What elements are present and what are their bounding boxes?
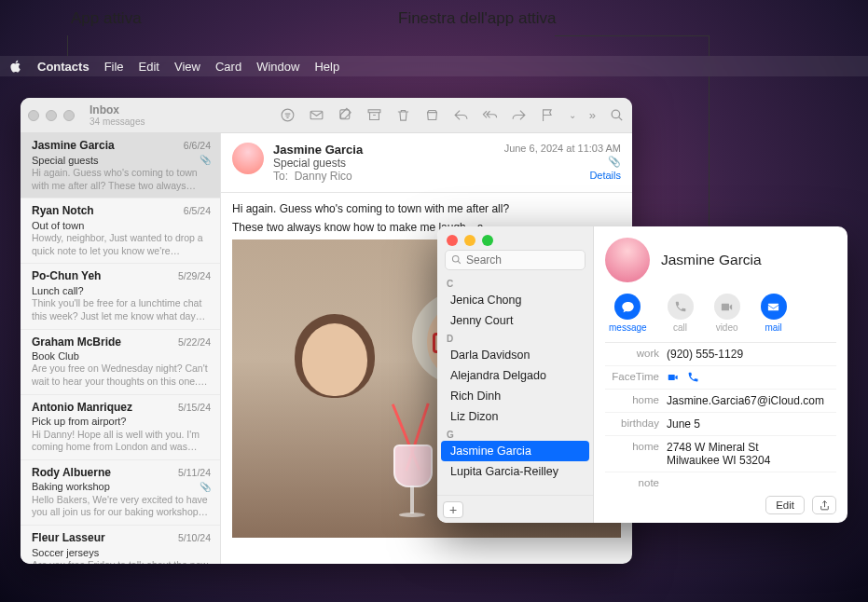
share-contact-button[interactable] [812,496,836,514]
contact-name: Jasmine Garcia [661,252,762,268]
facetime-video-icon[interactable] [667,371,680,384]
field-label-note: note [605,477,659,488]
archive-icon[interactable] [366,107,382,123]
field-value-home-email[interactable]: Jasmine.Garcia67@iCloud.com [667,394,836,407]
mail-icon [761,294,787,320]
mail-message-count: 34 messages [90,116,201,127]
contacts-group-header: C [437,276,593,290]
svg-point-5 [452,255,459,262]
menu-file[interactable]: File [104,60,124,74]
message-to: Danny Rico [295,170,352,183]
mail-list-item[interactable]: Fleur Lasseur5/10/24Soccer jerseysAre yo… [21,526,220,564]
callout-active-window: Finestra dell'app attiva [398,9,557,28]
menu-help[interactable]: Help [314,60,339,74]
contacts-minimize-button[interactable] [464,235,475,246]
mail-list-item[interactable]: Graham McBride5/22/24Book ClubAre you fr… [21,330,220,395]
mail-list-item[interactable]: Ryan Notch6/5/24Out of townHowdy, neighb… [21,198,220,264]
message-body-line: Hi again. Guess who's coming to town wit… [232,202,621,215]
message-subject: Special guests [273,157,495,170]
mail-close-button[interactable] [28,110,39,121]
contacts-close-button[interactable] [447,235,458,246]
svg-rect-1 [310,111,323,119]
mail-list-item[interactable]: Jasmine Garcia6/6/24Special guests📎Hi ag… [21,133,220,198]
message-action[interactable]: message [609,294,647,333]
mail-inbox-title: Inbox [90,103,201,116]
apple-menu[interactable] [9,60,22,73]
field-label-home-address: home [605,441,659,467]
mail-list-item[interactable]: Rody Albuerne5/11/24Baking workshop📎Hell… [21,460,220,526]
contacts-group-header: G [437,427,593,441]
mail-toolbar: Inbox 34 messages ⌄ » [21,98,632,133]
contacts-list-item[interactable]: Liz Dizon [441,406,589,427]
facetime-audio-icon[interactable] [687,371,699,384]
field-label-home-email: home [605,394,659,407]
contact-detail-pane: Jasmine Garcia message call video mail w… [594,226,847,523]
flag-icon[interactable] [540,107,556,123]
junk-icon[interactable] [424,107,440,123]
menubar: Contacts File Edit View Card Window Help [0,56,868,76]
contacts-list-item[interactable]: Alejandra Delgado [441,365,589,386]
video-icon [714,294,740,320]
more-icon[interactable]: » [589,108,596,122]
contacts-list-item[interactable]: Lupita Garcia-Reilley [441,461,589,482]
field-value-work-phone[interactable]: (920) 555-1129 [667,348,836,361]
menu-window[interactable]: Window [256,60,299,74]
sender-avatar [232,143,264,174]
search-icon[interactable] [609,107,625,123]
svg-point-0 [282,109,294,121]
mail-message-list[interactable]: Jasmine Garcia6/6/24Special guests📎Hi ag… [21,133,221,564]
svg-point-4 [612,110,620,118]
mail-zoom-button[interactable] [63,110,75,121]
chevron-down-icon[interactable]: ⌄ [569,110,576,120]
message-to-label: To: [273,170,288,183]
phone-icon [668,294,694,320]
menu-app-name[interactable]: Contacts [37,60,90,74]
message-icon [614,294,641,320]
filter-icon[interactable] [280,107,296,123]
field-value-birthday: June 5 [667,417,836,431]
contacts-list[interactable]: CJenica ChongJenny CourtDDarla DavidsonA… [437,276,593,495]
contacts-zoom-button[interactable] [482,235,493,246]
contacts-list-item[interactable]: Rich Dinh [441,386,589,406]
message-timestamp: June 6, 2024 at 11:03 AM [504,143,621,154]
reply-icon[interactable] [453,107,469,123]
contacts-list-item[interactable]: Jenny Court [441,310,589,331]
call-action[interactable]: call [668,294,694,333]
add-contact-button[interactable]: + [443,501,463,518]
contacts-list-item[interactable]: Darla Davidson [441,345,589,365]
field-value-note[interactable] [667,477,836,488]
contact-avatar [605,238,650,282]
mail-list-item[interactable]: Antonio Manriquez5/15/24Pick up from air… [21,395,220,460]
compose-icon[interactable] [338,107,353,123]
mail-minimize-button[interactable] [46,110,57,121]
field-label-birthday: birthday [605,417,659,431]
field-label-facetime: FaceTime [605,371,659,384]
menu-card[interactable]: Card [215,60,241,74]
message-details-link[interactable]: Details [504,170,621,181]
reply-all-icon[interactable] [482,107,498,123]
contacts-window: CJenica ChongJenny CourtDDarla DavidsonA… [437,226,847,523]
svg-rect-3 [368,110,380,113]
field-label-work: work [605,348,659,361]
menu-view[interactable]: View [174,60,200,74]
contacts-list-item[interactable]: Jasmine Garcia [441,441,589,461]
field-value-home-address[interactable]: 2748 W Mineral St Milwaukee WI 53204 [667,441,836,467]
message-from: Jasmine Garcia [273,143,495,157]
contacts-list-item[interactable]: Jenica Chong [441,290,589,310]
contacts-sidebar: CJenica ChongJenny CourtDDarla DavidsonA… [437,226,594,523]
callout-active-app: App attiva [71,9,142,28]
attachment-icon: 📎 [504,156,621,168]
contacts-search-input[interactable] [445,250,586,270]
contacts-group-header: D [437,331,593,345]
envelope-icon[interactable] [309,107,324,123]
mail-list-item[interactable]: Po-Chun Yeh5/29/24Lunch call?Think you'l… [21,264,220,329]
menu-edit[interactable]: Edit [139,60,159,74]
edit-contact-button[interactable]: Edit [765,496,805,514]
trash-icon[interactable] [395,107,411,123]
mail-action[interactable]: mail [761,294,787,333]
forward-icon[interactable] [511,107,527,123]
search-icon [450,253,462,266]
video-action[interactable]: video [714,294,740,333]
